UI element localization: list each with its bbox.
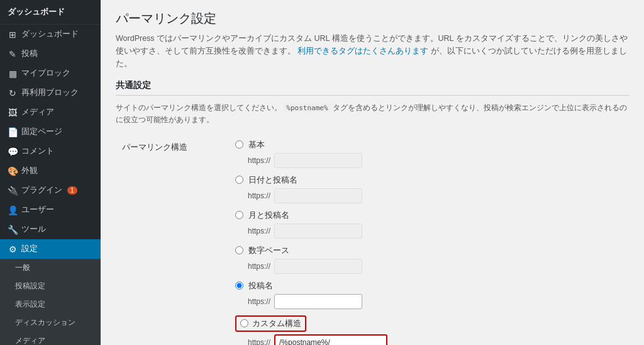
sidebar-sub-reading[interactable]: 表示設定 <box>0 295 101 314</box>
page-title: パーマリンク設定 <box>116 10 629 27</box>
url-input-month-name <box>274 223 362 239</box>
sidebar-label-media: メディア <box>21 107 54 118</box>
sidebar-item-dashboard[interactable]: ⊞ ダッシュボード <box>0 25 101 44</box>
url-input-custom[interactable] <box>274 334 387 346</box>
url-input-date-name <box>274 188 362 203</box>
custom-url-row: https:// <box>248 334 623 346</box>
radio-row-custom: カスタム構造 <box>235 315 623 332</box>
sidebar-label-dashboard: ダッシュボード <box>21 29 79 40</box>
common-settings-desc: サイトのパーマリンク構造を選択してください。 %postname% タグを含める… <box>116 102 629 125</box>
radio-label-date-name[interactable]: 日付と投稿名 <box>248 174 297 186</box>
sidebar-item-users[interactable]: 👤 ユーザー <box>0 200 101 220</box>
media-icon: 🖼 <box>8 108 18 118</box>
url-prefix-postname: https:// <box>248 297 270 306</box>
common-desc-text: サイトのパーマリンク構造を選択してください。 <box>116 103 282 112</box>
sidebar-item-tools[interactable]: 🔧 ツール <box>0 220 101 239</box>
sidebar-sub-label-reading: 表示設定 <box>15 299 45 310</box>
myblocks-icon: ▦ <box>8 69 18 79</box>
radio-row-month-name: 月と投稿名 <box>235 210 623 221</box>
url-prefix-date-name: https:// <box>248 191 270 200</box>
sidebar-label-users: ユーザー <box>21 205 54 215</box>
sidebar-label-comments: コメント <box>21 146 54 157</box>
sidebar-sub-writing[interactable]: 投稿設定 <box>0 277 101 295</box>
sidebar: ダッシュボード ⊞ ダッシュボード ✎ 投稿 ▦ マイブロック ↻ 再利用ブロッ… <box>0 0 101 345</box>
radio-row-basic: 基本 <box>235 139 623 150</box>
page-desc-link[interactable]: 利用できるタグはたくさんあります <box>297 47 428 55</box>
radio-row-numeric: 数字ベース <box>235 245 623 256</box>
reuse-icon: ↻ <box>8 88 18 98</box>
settings-icon: ⚙ <box>8 244 18 254</box>
appearance-icon: 🎨 <box>8 166 18 176</box>
sidebar-item-posts[interactable]: ✎ 投稿 <box>0 44 101 64</box>
sidebar-sub-discussion[interactable]: ディスカッション <box>0 314 101 332</box>
sidebar-item-comments[interactable]: 💬 コメント <box>0 142 101 161</box>
sidebar-item-reuse-block[interactable]: ↻ 再利用ブロック <box>0 83 101 103</box>
radio-label-month-name[interactable]: 月と投稿名 <box>248 210 289 221</box>
sidebar-item-pages[interactable]: 📄 固定ページ <box>0 122 101 142</box>
sidebar-logo[interactable]: ダッシュボード <box>0 0 101 25</box>
permalink-form-table: パーマリンク構造 基本 https:// 日付と投稿名 https:// <box>116 134 629 346</box>
sidebar-item-appearance[interactable]: 🎨 外観 <box>0 161 101 181</box>
url-preview-month-name: https:// <box>248 223 623 239</box>
url-prefix-basic: https:// <box>248 156 270 165</box>
sidebar-sub-label-writing: 投稿設定 <box>15 281 45 291</box>
sidebar-item-settings[interactable]: ⚙ 設定 <box>0 239 101 259</box>
postname-tag-inline: %postname% <box>284 103 330 113</box>
sidebar-label-posts: 投稿 <box>21 48 38 59</box>
url-input-postname[interactable] <box>274 294 362 309</box>
sidebar-item-plugins[interactable]: 🔌 プラグイン 1 <box>0 181 101 200</box>
url-prefix-month-name: https:// <box>248 227 270 235</box>
radio-custom[interactable] <box>240 319 248 327</box>
sidebar-sub-media[interactable]: メディア <box>0 332 101 345</box>
plugins-badge: 1 <box>67 186 77 195</box>
page-description: WordPress ではパーマリンクやアーカイブにカスタム URL 構造を使うこ… <box>116 32 629 70</box>
url-prefix-custom: https:// <box>248 338 270 346</box>
main-content: パーマリンク設定 WordPress ではパーマリンクやアーカイブにカスタム U… <box>101 0 644 345</box>
url-input-numeric <box>274 259 362 274</box>
sidebar-item-media[interactable]: 🖼 メディア <box>0 103 101 122</box>
dashboard-icon: ⊞ <box>8 30 18 40</box>
radio-row-date-name: 日付と投稿名 <box>235 174 623 186</box>
sidebar-label-tools: ツール <box>21 224 46 235</box>
url-prefix-numeric: https:// <box>248 262 270 271</box>
comments-icon: 💬 <box>8 147 18 157</box>
radio-label-numeric[interactable]: 数字ベース <box>248 245 289 256</box>
permalink-structure-label: パーマリンク構造 <box>122 142 187 152</box>
sidebar-item-myblocks[interactable]: ▦ マイブロック <box>0 64 101 83</box>
radio-label-postname[interactable]: 投稿名 <box>248 280 273 291</box>
users-icon: 👤 <box>8 205 18 215</box>
url-input-basic <box>274 153 362 168</box>
radio-label-custom[interactable]: カスタム構造 <box>252 318 301 329</box>
sidebar-sub-label-discussion: ディスカッション <box>15 317 75 328</box>
radio-month-name[interactable] <box>235 211 243 219</box>
radio-numeric[interactable] <box>235 246 243 254</box>
tools-icon: 🔧 <box>8 225 18 235</box>
url-preview-basic: https:// <box>248 153 623 168</box>
sidebar-label-appearance: 外観 <box>21 166 38 176</box>
sidebar-label-myblocks: マイブロック <box>21 68 70 79</box>
sidebar-sub-settings: 一般 投稿設定 表示設定 ディスカッション メディア パーマリンク プライバシー <box>0 259 101 345</box>
radio-row-postname: 投稿名 <box>235 280 623 291</box>
sidebar-sub-general[interactable]: 一般 <box>0 259 101 277</box>
sidebar-label-pages: 固定ページ <box>21 127 62 137</box>
permalink-structure-row: パーマリンク構造 基本 https:// 日付と投稿名 https:// <box>116 134 629 346</box>
sidebar-label-reuse: 再利用ブロック <box>21 88 79 98</box>
common-settings-title: 共通設定 <box>116 80 629 96</box>
radio-basic[interactable] <box>235 140 243 149</box>
pages-icon: 📄 <box>8 127 18 137</box>
url-preview-postname: https:// <box>248 294 623 309</box>
url-preview-date-name: https:// <box>248 188 623 203</box>
plugins-icon: 🔌 <box>8 186 18 196</box>
url-preview-numeric: https:// <box>248 259 623 274</box>
sidebar-sub-label-media: メディア <box>15 336 45 345</box>
radio-label-basic[interactable]: 基本 <box>248 139 265 150</box>
sidebar-label-plugins: プラグイン <box>21 185 62 196</box>
radio-postname[interactable] <box>235 281 243 290</box>
posts-icon: ✎ <box>8 49 18 59</box>
sidebar-label-settings: 設定 <box>21 244 38 254</box>
radio-date-name[interactable] <box>235 176 243 184</box>
sidebar-sub-label-general: 一般 <box>15 263 30 273</box>
